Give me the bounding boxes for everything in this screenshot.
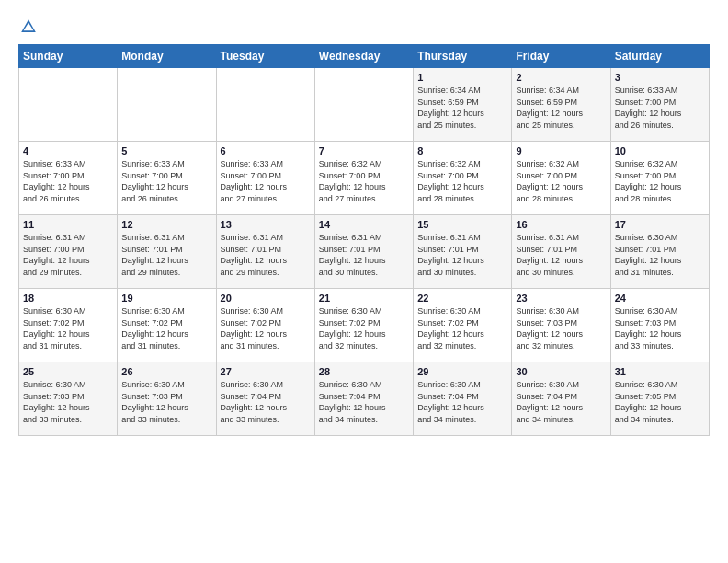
calendar-cell: 23Sunrise: 6:30 AM Sunset: 7:03 PM Dayli… <box>512 289 610 362</box>
calendar-cell: 4Sunrise: 6:33 AM Sunset: 7:00 PM Daylig… <box>19 142 118 215</box>
day-number: 30 <box>516 366 606 377</box>
day-info: Sunrise: 6:31 AM Sunset: 7:01 PM Dayligh… <box>319 232 409 278</box>
day-info: Sunrise: 6:33 AM Sunset: 7:00 PM Dayligh… <box>221 158 311 204</box>
day-number: 10 <box>615 145 705 156</box>
day-info: Sunrise: 6:33 AM Sunset: 7:00 PM Dayligh… <box>23 158 113 204</box>
day-info: Sunrise: 6:30 AM Sunset: 7:03 PM Dayligh… <box>516 305 606 351</box>
day-number: 1 <box>417 72 507 83</box>
calendar-cell: 26Sunrise: 6:30 AM Sunset: 7:03 PM Dayli… <box>118 362 216 436</box>
calendar-cell: 16Sunrise: 6:31 AM Sunset: 7:01 PM Dayli… <box>512 215 610 289</box>
day-info: Sunrise: 6:30 AM Sunset: 7:02 PM Dayligh… <box>121 305 211 351</box>
calendar-header-row: SundayMondayTuesdayWednesdayThursdayFrid… <box>19 45 710 68</box>
column-header-thursday: Thursday <box>414 45 512 68</box>
calendar-cell: 21Sunrise: 6:30 AM Sunset: 7:02 PM Dayli… <box>314 289 413 362</box>
calendar-cell: 1Sunrise: 6:34 AM Sunset: 6:59 PM Daylig… <box>414 68 512 142</box>
day-info: Sunrise: 6:30 AM Sunset: 7:02 PM Dayligh… <box>319 305 409 351</box>
day-number: 13 <box>221 219 311 230</box>
day-number: 15 <box>417 219 507 230</box>
day-number: 4 <box>23 145 113 156</box>
day-number: 2 <box>516 72 606 83</box>
day-info: Sunrise: 6:32 AM Sunset: 7:00 PM Dayligh… <box>319 158 409 204</box>
day-number: 22 <box>417 293 507 304</box>
column-header-friday: Friday <box>512 45 610 68</box>
day-number: 23 <box>516 293 606 304</box>
logo-icon <box>20 18 37 35</box>
day-info: Sunrise: 6:31 AM Sunset: 7:00 PM Dayligh… <box>23 232 113 278</box>
day-number: 27 <box>221 366 311 377</box>
column-header-monday: Monday <box>118 45 216 68</box>
calendar-cell: 12Sunrise: 6:31 AM Sunset: 7:01 PM Dayli… <box>118 215 216 289</box>
calendar-cell: 20Sunrise: 6:30 AM Sunset: 7:02 PM Dayli… <box>216 289 314 362</box>
day-number: 31 <box>615 366 705 377</box>
day-number: 16 <box>516 219 606 230</box>
calendar-cell: 9Sunrise: 6:32 AM Sunset: 7:00 PM Daylig… <box>512 142 610 215</box>
day-number: 25 <box>23 366 113 377</box>
day-number: 6 <box>221 145 311 156</box>
column-header-wednesday: Wednesday <box>314 45 413 68</box>
calendar-cell: 2Sunrise: 6:34 AM Sunset: 6:59 PM Daylig… <box>512 68 610 142</box>
calendar-cell: 6Sunrise: 6:33 AM Sunset: 7:00 PM Daylig… <box>216 142 314 215</box>
day-info: Sunrise: 6:30 AM Sunset: 7:05 PM Dayligh… <box>615 379 705 425</box>
calendar-cell: 10Sunrise: 6:32 AM Sunset: 7:00 PM Dayli… <box>610 142 709 215</box>
page-header <box>18 18 710 35</box>
calendar-cell: 30Sunrise: 6:30 AM Sunset: 7:04 PM Dayli… <box>512 362 610 436</box>
calendar-week-row: 1Sunrise: 6:34 AM Sunset: 6:59 PM Daylig… <box>19 68 710 142</box>
day-info: Sunrise: 6:30 AM Sunset: 7:04 PM Dayligh… <box>417 379 507 425</box>
calendar-cell: 28Sunrise: 6:30 AM Sunset: 7:04 PM Dayli… <box>314 362 413 436</box>
day-info: Sunrise: 6:30 AM Sunset: 7:04 PM Dayligh… <box>319 379 409 425</box>
day-number: 9 <box>516 145 606 156</box>
day-info: Sunrise: 6:33 AM Sunset: 7:00 PM Dayligh… <box>615 85 705 131</box>
calendar-cell <box>19 68 118 142</box>
day-number: 8 <box>417 145 507 156</box>
calendar-cell: 7Sunrise: 6:32 AM Sunset: 7:00 PM Daylig… <box>314 142 413 215</box>
day-info: Sunrise: 6:30 AM Sunset: 7:01 PM Dayligh… <box>615 232 705 278</box>
calendar-week-row: 11Sunrise: 6:31 AM Sunset: 7:00 PM Dayli… <box>19 215 710 289</box>
day-info: Sunrise: 6:30 AM Sunset: 7:03 PM Dayligh… <box>121 379 211 425</box>
day-info: Sunrise: 6:30 AM Sunset: 7:04 PM Dayligh… <box>516 379 606 425</box>
logo <box>18 18 37 35</box>
day-number: 17 <box>615 219 705 230</box>
day-info: Sunrise: 6:30 AM Sunset: 7:02 PM Dayligh… <box>221 305 311 351</box>
day-info: Sunrise: 6:32 AM Sunset: 7:00 PM Dayligh… <box>417 158 507 204</box>
calendar-cell: 22Sunrise: 6:30 AM Sunset: 7:02 PM Dayli… <box>414 289 512 362</box>
calendar-table: SundayMondayTuesdayWednesdayThursdayFrid… <box>18 44 710 436</box>
day-number: 19 <box>121 293 211 304</box>
day-number: 18 <box>23 293 113 304</box>
calendar-week-row: 4Sunrise: 6:33 AM Sunset: 7:00 PM Daylig… <box>19 142 710 215</box>
day-info: Sunrise: 6:34 AM Sunset: 6:59 PM Dayligh… <box>417 85 507 131</box>
day-number: 26 <box>121 366 211 377</box>
day-number: 29 <box>417 366 507 377</box>
day-number: 14 <box>319 219 409 230</box>
calendar-cell: 19Sunrise: 6:30 AM Sunset: 7:02 PM Dayli… <box>118 289 216 362</box>
calendar-week-row: 18Sunrise: 6:30 AM Sunset: 7:02 PM Dayli… <box>19 289 710 362</box>
day-info: Sunrise: 6:31 AM Sunset: 7:01 PM Dayligh… <box>417 232 507 278</box>
calendar-cell: 15Sunrise: 6:31 AM Sunset: 7:01 PM Dayli… <box>414 215 512 289</box>
day-number: 11 <box>23 219 113 230</box>
column-header-tuesday: Tuesday <box>216 45 314 68</box>
calendar-week-row: 25Sunrise: 6:30 AM Sunset: 7:03 PM Dayli… <box>19 362 710 436</box>
day-info: Sunrise: 6:30 AM Sunset: 7:02 PM Dayligh… <box>23 305 113 351</box>
calendar-cell: 25Sunrise: 6:30 AM Sunset: 7:03 PM Dayli… <box>19 362 118 436</box>
day-info: Sunrise: 6:34 AM Sunset: 6:59 PM Dayligh… <box>516 85 606 131</box>
day-info: Sunrise: 6:30 AM Sunset: 7:03 PM Dayligh… <box>615 305 705 351</box>
calendar-cell: 14Sunrise: 6:31 AM Sunset: 7:01 PM Dayli… <box>314 215 413 289</box>
day-info: Sunrise: 6:32 AM Sunset: 7:00 PM Dayligh… <box>516 158 606 204</box>
calendar-cell <box>314 68 413 142</box>
calendar-cell: 27Sunrise: 6:30 AM Sunset: 7:04 PM Dayli… <box>216 362 314 436</box>
day-number: 12 <box>121 219 211 230</box>
calendar-cell: 3Sunrise: 6:33 AM Sunset: 7:00 PM Daylig… <box>610 68 709 142</box>
day-number: 24 <box>615 293 705 304</box>
calendar-cell: 5Sunrise: 6:33 AM Sunset: 7:00 PM Daylig… <box>118 142 216 215</box>
day-info: Sunrise: 6:31 AM Sunset: 7:01 PM Dayligh… <box>221 232 311 278</box>
calendar-cell <box>118 68 216 142</box>
day-number: 7 <box>319 145 409 156</box>
day-number: 28 <box>319 366 409 377</box>
day-info: Sunrise: 6:32 AM Sunset: 7:00 PM Dayligh… <box>615 158 705 204</box>
calendar-cell <box>216 68 314 142</box>
day-info: Sunrise: 6:33 AM Sunset: 7:00 PM Dayligh… <box>121 158 211 204</box>
calendar-cell: 18Sunrise: 6:30 AM Sunset: 7:02 PM Dayli… <box>19 289 118 362</box>
day-number: 3 <box>615 72 705 83</box>
day-info: Sunrise: 6:30 AM Sunset: 7:03 PM Dayligh… <box>23 379 113 425</box>
calendar-cell: 8Sunrise: 6:32 AM Sunset: 7:00 PM Daylig… <box>414 142 512 215</box>
column-header-sunday: Sunday <box>19 45 118 68</box>
